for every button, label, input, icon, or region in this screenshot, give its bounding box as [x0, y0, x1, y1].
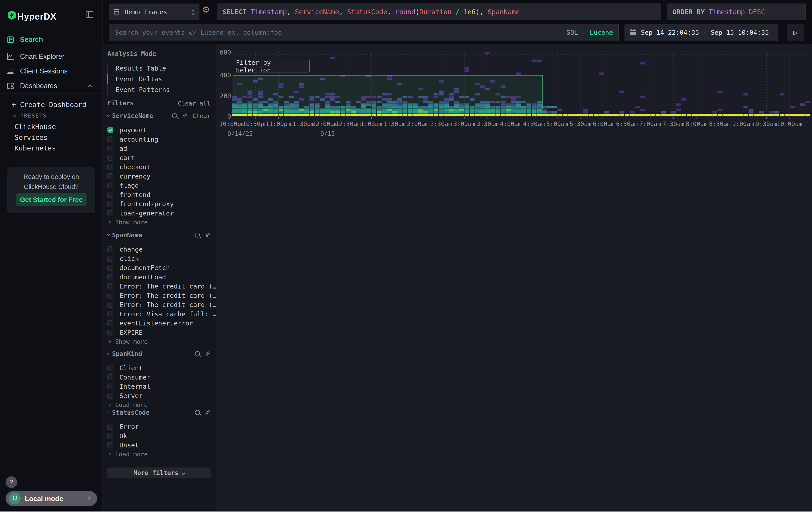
- sql-select-input[interactable]: SELECT Timestamp, ServiceName, StatusCod…: [217, 4, 661, 20]
- analysis-mode-event-deltas[interactable]: Event Deltas: [116, 74, 162, 84]
- checkbox[interactable]: [107, 164, 113, 170]
- filter-option-change[interactable]: change: [107, 246, 216, 252]
- checkbox[interactable]: [107, 284, 113, 289]
- filter-option-server[interactable]: Server: [107, 393, 216, 399]
- pin-icon[interactable]: [205, 410, 210, 415]
- filter-option-eventlistener-error[interactable]: eventListener.error: [107, 320, 216, 326]
- user-menu[interactable]: U Local mode: [5, 491, 97, 506]
- filter-option-internal[interactable]: Internal: [107, 383, 216, 389]
- checkbox[interactable]: [107, 293, 113, 298]
- filter-option-frontend[interactable]: frontend: [107, 192, 216, 198]
- checkbox[interactable]: [107, 442, 113, 448]
- search-icon[interactable]: [195, 351, 200, 356]
- checkbox[interactable]: [107, 210, 113, 216]
- filter-option-client[interactable]: Client: [107, 365, 216, 371]
- checkbox[interactable]: [107, 393, 113, 399]
- checkbox[interactable]: [107, 374, 113, 380]
- sidebar-item-clickhouse[interactable]: ClickHouse: [14, 123, 56, 131]
- filter-option-unset[interactable]: Unset: [107, 442, 216, 448]
- search-icon[interactable]: [195, 410, 200, 415]
- filter-by-selection-button[interactable]: Filter by Selection: [236, 60, 310, 73]
- filter-option-error-the-credit-card[interactable]: Error: The credit card (…: [107, 302, 216, 308]
- horizontal-scrollbar[interactable]: [0, 511, 812, 512]
- checkbox[interactable]: [107, 424, 113, 430]
- filter-option-click[interactable]: click: [107, 256, 216, 262]
- chevron-down-icon[interactable]: [107, 352, 110, 355]
- sidebar-item-kubernetes[interactable]: Kubernetes: [14, 144, 56, 152]
- checkbox[interactable]: [107, 145, 113, 152]
- chevron-down-icon[interactable]: [107, 233, 110, 236]
- filter-option-cart[interactable]: cart: [107, 155, 216, 161]
- checkbox[interactable]: [107, 383, 113, 389]
- duration-heatmap-canvas[interactable]: [232, 52, 810, 119]
- create-dashboard-button[interactable]: +Create Dashboard: [11, 100, 86, 109]
- sidebar-item-chart-explorer[interactable]: Chart Explorer: [0, 50, 103, 63]
- filter-option-checkout[interactable]: checkout: [107, 164, 216, 170]
- filter-option-currency[interactable]: currency: [107, 173, 216, 179]
- checkbox[interactable]: [107, 246, 113, 252]
- chevron-down-icon[interactable]: [107, 114, 110, 117]
- checkbox[interactable]: [107, 330, 113, 335]
- checkbox[interactable]: [107, 302, 113, 308]
- analysis-mode-results-table[interactable]: Results Table: [116, 63, 166, 74]
- checkbox[interactable]: [107, 173, 113, 179]
- filter-group-name[interactable]: ServiceName: [112, 112, 153, 119]
- filter-option-flagd[interactable]: flagd: [107, 183, 216, 188]
- order-by-input[interactable]: ORDER BY Timestamp DESC: [667, 4, 806, 20]
- checkbox[interactable]: [107, 192, 113, 198]
- run-query-button[interactable]: ▷: [787, 24, 804, 41]
- pin-icon[interactable]: [205, 351, 210, 357]
- filter-option-error-visa-cache-full[interactable]: Error: Visa cache full: …: [107, 311, 216, 317]
- filter-option-consumer[interactable]: Consumer: [107, 374, 216, 380]
- filter-group-name[interactable]: StatusCode: [112, 409, 150, 416]
- sidebar-item-search[interactable]: Search: [0, 33, 103, 46]
- clear-group-button[interactable]: Clear: [193, 112, 210, 119]
- chevron-down-icon[interactable]: [107, 410, 110, 413]
- checkbox[interactable]: [107, 136, 113, 142]
- filter-option-frontend-proxy[interactable]: frontend-proxy: [107, 201, 216, 207]
- filter-option-documentload[interactable]: documentLoad: [107, 274, 216, 280]
- search-icon[interactable]: [195, 233, 200, 238]
- filter-option-expire[interactable]: EXPIRE: [107, 330, 216, 335]
- show-more-link[interactable]: Show more: [108, 219, 216, 225]
- checkbox[interactable]: [107, 320, 113, 326]
- clear-all-filters-button[interactable]: Clear all: [178, 100, 210, 107]
- source-select[interactable]: Demo Traces: [109, 4, 199, 20]
- sidebar-item-dashboards[interactable]: Dashboards: [0, 80, 103, 92]
- load-more-link[interactable]: Load more: [108, 402, 216, 407]
- lucene-mode-button[interactable]: Lucene: [590, 29, 613, 36]
- filter-option-ad[interactable]: ad: [107, 145, 216, 152]
- filter-option-payment[interactable]: payment: [107, 127, 216, 133]
- checkbox[interactable]: [107, 311, 113, 317]
- sidebar-item-services[interactable]: Services: [14, 133, 48, 141]
- checkbox[interactable]: [107, 256, 113, 262]
- analysis-mode-event-patterns[interactable]: Event Patterns: [116, 84, 170, 95]
- get-started-button[interactable]: Get Started for Free: [16, 193, 86, 206]
- filter-option-accounting[interactable]: accounting: [107, 136, 216, 142]
- checkbox[interactable]: [107, 274, 113, 280]
- sidebar-item-client-sessions[interactable]: Client Sessions: [0, 65, 103, 78]
- gear-icon[interactable]: ⚙: [202, 4, 210, 15]
- presets-toggle[interactable]: PRESETS: [13, 112, 47, 119]
- filter-option-error-the-credit-card[interactable]: Error: The credit card (…: [107, 284, 216, 289]
- search-input[interactable]: Search your events w/ Lucene ex. column:…: [109, 24, 619, 41]
- checkbox[interactable]: [107, 433, 113, 439]
- collapse-sidebar-icon[interactable]: [86, 11, 93, 18]
- filter-option-ok[interactable]: Ok: [107, 433, 216, 439]
- filter-option-documentfetch[interactable]: documentFetch: [107, 265, 216, 271]
- pin-icon[interactable]: [205, 232, 210, 238]
- load-more-link[interactable]: Load more: [108, 452, 216, 457]
- filter-option-error-the-credit-card[interactable]: Error: The credit card (…: [107, 293, 216, 298]
- filter-group-name[interactable]: SpanName: [112, 232, 142, 239]
- pin-icon[interactable]: [182, 113, 188, 119]
- filter-group-name[interactable]: SpanKind: [112, 350, 142, 357]
- more-filters-button[interactable]: More filters: [107, 467, 211, 478]
- date-range-picker[interactable]: Sep 14 22:04:35 - Sep 15 10:04:35: [625, 24, 778, 41]
- help-button[interactable]: ?: [5, 476, 17, 488]
- filter-option-error[interactable]: Error: [107, 424, 216, 430]
- filter-option-load-generator[interactable]: load-generator: [107, 210, 216, 216]
- checkbox[interactable]: [107, 183, 113, 188]
- checkbox[interactable]: [107, 365, 113, 371]
- show-more-link[interactable]: Show more: [108, 339, 216, 344]
- search-icon[interactable]: [172, 113, 177, 118]
